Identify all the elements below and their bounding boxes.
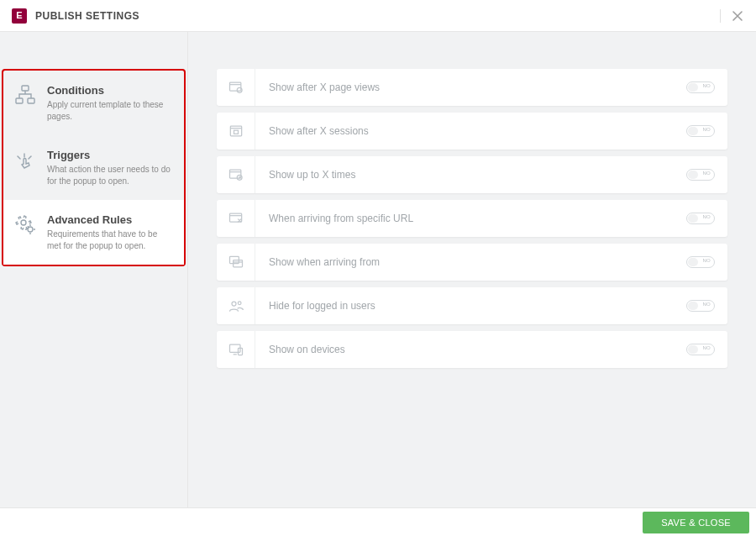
rule-row-specific-url[interactable]: When arriving from specific URL NO	[217, 200, 727, 237]
rule-label: Show on devices	[255, 331, 674, 368]
header-bar: E PUBLISH SETTINGS	[0, 0, 756, 32]
rule-label: Hide for logged in users	[255, 287, 674, 324]
svg-rect-7	[230, 126, 241, 136]
sidebar-highlight-box: Conditions Apply current template to the…	[2, 69, 186, 266]
sidebar-item-advanced-rules[interactable]: Advanced Rules Requirements that have to…	[3, 200, 184, 265]
rule-row-sessions[interactable]: Show after X sessions NO	[217, 113, 727, 150]
sidebar-item-triggers[interactable]: Triggers What action the user needs to d…	[3, 135, 184, 200]
devices-icon	[217, 331, 255, 368]
sidebar-item-desc: Apply current template to these pages.	[47, 99, 172, 122]
users-icon	[217, 287, 255, 324]
svg-point-3	[21, 220, 26, 225]
main-panel: Show after X page views NO Show after X …	[188, 32, 756, 507]
rule-label: Show up to X times	[255, 156, 674, 193]
toggle-state: NO	[702, 258, 711, 263]
rule-row-logged-in[interactable]: Hide for logged in users NO	[217, 287, 727, 324]
svg-rect-5	[229, 82, 240, 91]
sidebar-item-desc: Requirements that have to be met for the…	[47, 229, 172, 251]
page-views-icon	[217, 69, 255, 106]
brand-logo: E	[12, 8, 27, 24]
svg-point-14	[232, 302, 236, 306]
toggle-sessions[interactable]: NO	[686, 125, 715, 137]
rule-row-arriving-from[interactable]: Show when arriving from NO	[217, 244, 727, 281]
page-title: PUBLISH SETTINGS	[35, 10, 139, 22]
rule-row-times[interactable]: Show up to X times NO	[217, 156, 727, 193]
toggle-arriving-from[interactable]: NO	[686, 256, 715, 268]
svg-rect-0	[22, 86, 29, 91]
sidebar-item-label: Advanced Rules	[47, 213, 172, 226]
arriving-icon	[217, 244, 255, 281]
toggle-state: NO	[702, 214, 711, 219]
svg-rect-8	[234, 130, 238, 134]
close-icon	[731, 9, 744, 23]
sidebar-item-conditions[interactable]: Conditions Apply current template to the…	[3, 71, 184, 135]
sidebar-item-label: Triggers	[47, 149, 172, 161]
toggle-state: NO	[702, 127, 711, 132]
toggle-state: NO	[702, 302, 711, 307]
times-icon	[217, 156, 255, 193]
divider	[720, 9, 721, 23]
sidebar-item-desc: What action the user needs to do for the…	[47, 164, 172, 187]
rule-row-devices[interactable]: Show on devices NO	[217, 331, 727, 368]
advanced-rules-icon	[13, 213, 37, 237]
rule-label: Show when arriving from	[255, 244, 674, 281]
footer-bar: SAVE & CLOSE	[0, 507, 756, 536]
svg-rect-2	[28, 98, 34, 103]
rule-label: Show after X sessions	[255, 113, 674, 150]
sidebar: Conditions Apply current template to the…	[0, 32, 188, 507]
toggle-times[interactable]: NO	[686, 169, 715, 181]
save-close-button[interactable]: SAVE & CLOSE	[643, 512, 749, 533]
svg-rect-1	[16, 98, 23, 103]
rule-label: When arriving from specific URL	[255, 200, 674, 237]
toggle-state: NO	[702, 171, 711, 176]
conditions-icon	[13, 84, 37, 108]
toggle-state: NO	[702, 345, 711, 350]
close-button[interactable]	[731, 9, 744, 23]
toggle-page-views[interactable]: NO	[686, 81, 715, 93]
triggers-icon	[13, 149, 37, 172]
toggle-state: NO	[702, 83, 711, 88]
toggle-devices[interactable]: NO	[686, 344, 715, 355]
url-icon	[217, 200, 255, 237]
toggle-logged-in[interactable]: NO	[686, 300, 715, 312]
sidebar-item-label: Conditions	[47, 84, 172, 97]
sessions-icon	[217, 113, 255, 150]
rule-row-page-views[interactable]: Show after X page views NO	[217, 69, 727, 106]
toggle-specific-url[interactable]: NO	[686, 213, 715, 224]
rule-label: Show after X page views	[255, 69, 674, 106]
svg-point-15	[238, 302, 241, 305]
svg-point-4	[28, 227, 33, 232]
